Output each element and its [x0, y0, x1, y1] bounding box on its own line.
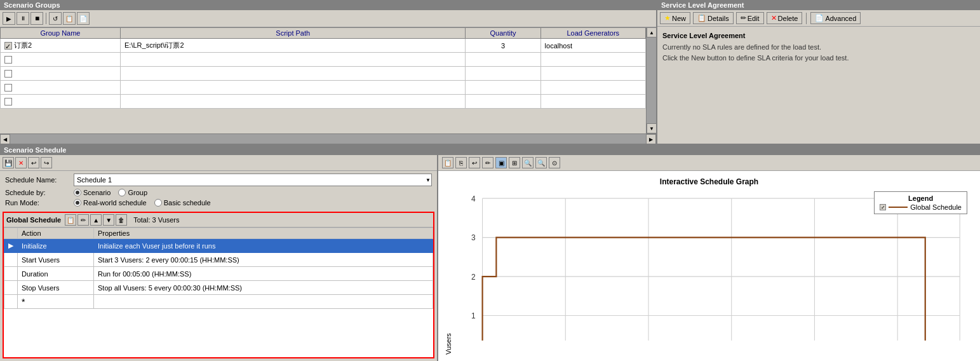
radio-realworld-label: Real-world schedule [83, 199, 147, 207]
delete-icon: ✕ [771, 14, 777, 22]
sla-content-line1: Currently no SLA rules are defined for t… [662, 42, 975, 53]
graph-y-label: Vusers [445, 191, 452, 355]
horizontal-scrollbar[interactable]: ◀ ▶ [0, 133, 656, 144]
scenario-groups-panel: Scenario Groups ▶ ⏸ ⏹ ↺ 📋 📄 Group Nam [0, 0, 657, 144]
schedule-by-label: Schedule by: [5, 189, 69, 196]
gs-delete-button[interactable]: 🗑 [116, 214, 127, 226]
schedule-redo-button[interactable]: ↪ [41, 157, 52, 168]
scenario-table-scroll: Group Name Script Path Quantity Load Gen… [0, 27, 656, 144]
table-row[interactable] [1, 67, 646, 81]
scroll-h-thumb[interactable] [10, 134, 646, 144]
gs-table: Action Properties ▶ Initialize Initializ… [4, 228, 433, 309]
gs-props-stop: Stop all Vusers: 5 every 00:00:30 (HH:MM… [94, 281, 433, 295]
legend-title: Legend [880, 194, 962, 202]
row-checkbox-4[interactable] [4, 84, 12, 92]
gs-action-initialize: Initialize [18, 239, 94, 253]
radio-realworld-dot[interactable] [74, 199, 81, 207]
graph-btn-select[interactable]: ▣ [495, 157, 507, 168]
sla-new-button[interactable]: ★ New [660, 12, 690, 24]
run-mode-options: Real-world schedule Basic schedule [74, 199, 211, 207]
graph-btn-view[interactable]: ⊞ [509, 157, 520, 168]
schedule-undo-button[interactable]: ↩ [28, 157, 39, 168]
details-icon: 📋 [697, 14, 706, 22]
sla-toolbar-sep [806, 13, 807, 24]
gs-down-button[interactable]: ▼ [103, 214, 114, 226]
gs-row-duration[interactable]: Duration Run for 00:05:00 (HH:MM:SS) [4, 267, 433, 281]
scenario-schedule-panel: Scenario Schedule 💾 ✕ ↩ ↪ Schedule Name:… [0, 145, 980, 361]
scroll-up-arrow[interactable]: ▲ [647, 27, 656, 37]
col-script-path: Script Path [121, 28, 466, 39]
scenario-groups-toolbar: ▶ ⏸ ⏹ ↺ 📋 📄 [0, 10, 656, 27]
gs-row-new[interactable]: * [4, 295, 433, 309]
schedule-delete-button[interactable]: ✕ [15, 157, 27, 168]
sla-edit-button[interactable]: ✏ Edit [736, 12, 764, 24]
play-button[interactable]: ▶ [3, 12, 15, 25]
schedule-name-row: Schedule Name: Schedule 1 ▼ [5, 174, 432, 186]
graph-btn-zoomout[interactable]: 🔍 [535, 157, 547, 168]
schedule-name-select-wrapper: Schedule 1 ▼ [74, 174, 432, 186]
scroll-thumb[interactable] [647, 37, 656, 123]
legend-checkbox[interactable]: ✓ [880, 204, 886, 210]
table-row[interactable] [1, 53, 646, 67]
star-icon: ★ [664, 14, 671, 22]
radio-group-dot[interactable] [118, 189, 126, 196]
sla-details-button[interactable]: 📋 Details [693, 12, 734, 24]
script-path-1: E:\LR_script\i订票2 [121, 39, 466, 53]
schedule-right-panel: 📋 ⎘ ↩ ✏ ▣ ⊞ 🔍 🔍 ⊙ Interactive Schedule G… [438, 155, 980, 361]
radio-basic-dot[interactable] [154, 199, 162, 207]
graph-area: Interactive Schedule Graph Vusers Legend… [438, 171, 980, 361]
scroll-right-arrow[interactable]: ▶ [646, 134, 656, 144]
quantity-1: 3 [466, 39, 540, 53]
schedule-name-select[interactable]: Schedule 1 [74, 174, 432, 186]
graph-btn-1[interactable]: 📋 [442, 157, 453, 168]
paste-button[interactable]: 📄 [77, 12, 90, 25]
global-schedule-box: Global Schedule 📋 ✏ ▲ ▼ 🗑 Total: 3 Vuser… [3, 212, 434, 358]
radio-realworld[interactable]: Real-world schedule [74, 199, 147, 207]
gs-add-button[interactable]: 📋 [65, 214, 76, 226]
gs-row-start[interactable]: Start Vusers Start 3 Vusers: 2 every 00:… [4, 253, 433, 267]
table-row[interactable] [1, 81, 646, 95]
sla-panel: Service Level Agreement ★ New 📋 Details … [657, 0, 980, 144]
schedule-form: Schedule Name: Schedule 1 ▼ Schedule by: [0, 171, 437, 209]
graph-main: Legend ✓ Global Schedule [455, 191, 974, 355]
stop-button[interactable]: ⏹ [30, 12, 43, 25]
radio-group[interactable]: Group [118, 189, 147, 196]
schedule-graph-svg: 4 3 2 1 [455, 191, 974, 355]
advanced-icon: 📄 [815, 14, 824, 22]
load-gen-1: localhost [540, 39, 645, 53]
graph-btn-3[interactable]: ↩ [469, 157, 480, 168]
gs-row-initialize[interactable]: ▶ Initialize Initialize each Vuser just … [4, 239, 433, 253]
sla-content-heading: Service Level Agreement [662, 32, 975, 39]
graph-btn-pencil[interactable]: ✏ [482, 157, 493, 168]
radio-scenario-dot[interactable] [74, 189, 81, 196]
legend-box: Legend ✓ Global Schedule [874, 191, 967, 214]
row-checkbox-5[interactable] [4, 98, 12, 106]
table-row[interactable] [1, 95, 646, 109]
sla-delete-button[interactable]: ✕ Delete [767, 12, 803, 24]
gs-up-button[interactable]: ▲ [90, 214, 102, 226]
gs-row-stop[interactable]: Stop Vusers Stop all Vusers: 5 every 00:… [4, 281, 433, 295]
graph-btn-zoomin[interactable]: 🔍 [522, 157, 534, 168]
gs-action-duration: Duration [18, 267, 94, 281]
scroll-left-arrow[interactable]: ◀ [0, 134, 10, 144]
vertical-scrollbar[interactable]: ▲ ▼ [646, 27, 656, 133]
row-arrow-cell: ▶ [4, 239, 18, 253]
row-checkbox-1[interactable]: ✓ [4, 42, 12, 50]
sla-advanced-button[interactable]: 📄 Advanced [810, 12, 861, 24]
scroll-down-arrow[interactable]: ▼ [647, 123, 656, 133]
pause-button[interactable]: ⏸ [17, 12, 29, 25]
table-row[interactable]: ✓ 订票2 E:\LR_script\i订票2 3 localhost [1, 39, 646, 53]
radio-basic[interactable]: Basic schedule [154, 199, 211, 207]
schedule-save-button[interactable]: 💾 [3, 157, 14, 168]
copy-button[interactable]: 📋 [63, 12, 76, 25]
row-checkbox-3[interactable] [4, 70, 12, 78]
radio-scenario[interactable]: Scenario [74, 189, 111, 196]
graph-btn-2[interactable]: ⎘ [455, 157, 467, 168]
schedule-toolbar: 💾 ✕ ↩ ↪ [0, 155, 437, 171]
reset-button[interactable]: ↺ [49, 12, 62, 25]
gs-edit-button[interactable]: ✏ [77, 214, 89, 226]
graph-btn-fit[interactable]: ⊙ [549, 157, 560, 168]
col-action: Action [18, 228, 94, 239]
row-checkbox-2[interactable] [4, 56, 12, 64]
toolbar-separator-1 [46, 13, 46, 24]
